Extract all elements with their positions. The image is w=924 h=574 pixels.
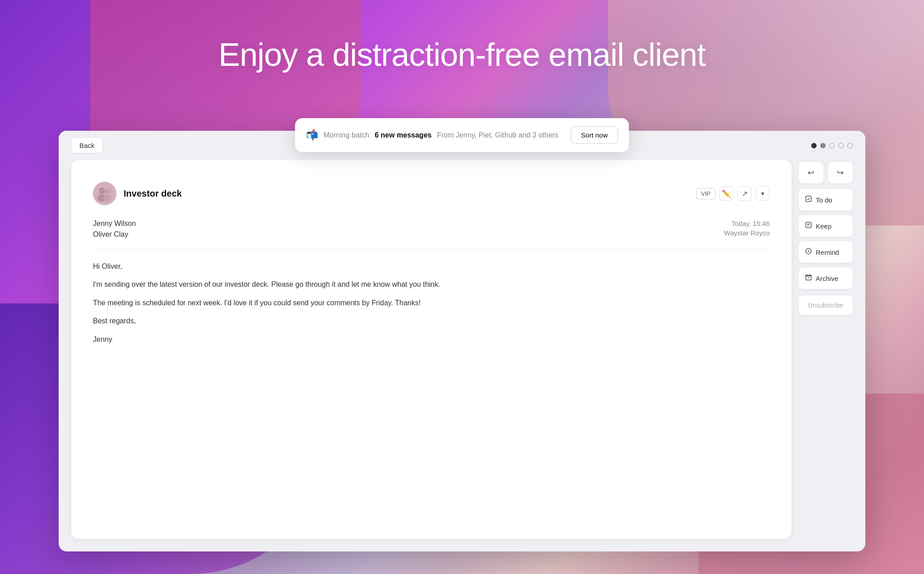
dot-4 [838, 143, 844, 148]
app-window: Back SORT [59, 131, 865, 551]
email-time-org: Today, 15:46 Waystar Royco [724, 220, 770, 237]
remind-button[interactable]: Remind [799, 241, 853, 263]
svg-point-0 [93, 182, 116, 205]
email-tags: VIP ✏️ ↗ ▾ [696, 186, 770, 201]
svg-point-3 [105, 189, 110, 194]
reply-icon: ↩ [808, 168, 814, 178]
share-icon[interactable]: ↗ [737, 186, 752, 201]
reply-button[interactable]: ↩ [799, 162, 823, 184]
unsubscribe-button[interactable]: Unsubscribe [799, 295, 853, 315]
keep-label: Keep [816, 222, 832, 230]
sort-now-button[interactable]: Sort now [571, 126, 618, 144]
divider [93, 249, 770, 250]
sender-name: Jenny Wilson [93, 220, 136, 228]
todo-icon [805, 195, 812, 204]
notification-banner: 📬 Morning batch 6 new messages From Jenn… [295, 118, 629, 152]
batch-label: Morning batch [323, 131, 369, 139]
todo-button[interactable]: To do [799, 189, 853, 211]
svg-rect-6 [806, 222, 811, 228]
email-card-header: Investor deck VIP ✏️ ↗ ▾ [93, 182, 770, 205]
new-messages-count: 6 new messages [374, 131, 431, 139]
forward-icon: ↪ [837, 168, 844, 178]
body-paragraph-1: I'm sending over the latest version of o… [93, 279, 770, 290]
body-sign1: Best regards, [93, 315, 770, 327]
todo-label: To do [816, 196, 832, 204]
email-subject: Investor deck [124, 188, 696, 199]
vip-tag[interactable]: VIP [696, 188, 716, 199]
email-time: Today, 15:46 [724, 220, 770, 227]
from-text: From Jenny, Piet, Github and 3 others [437, 131, 565, 139]
keep-button[interactable]: Keep [799, 215, 853, 237]
email-card: Investor deck VIP ✏️ ↗ ▾ Jenny Wilson Ol… [71, 160, 791, 539]
dot-1 [811, 143, 817, 148]
chevron-down-icon[interactable]: ▾ [755, 186, 770, 201]
reply-forward-row: ↩ ↪ [799, 162, 853, 184]
email-body: Hi Oliver, I'm sending over the latest v… [93, 261, 770, 345]
window-dots [811, 143, 853, 148]
unsubscribe-label: Unsubscribe [808, 302, 843, 309]
archive-button[interactable]: Archive [799, 267, 853, 289]
notification-icon: 📬 [306, 129, 318, 141]
remind-icon [805, 248, 812, 257]
email-org: Waystar Royco [724, 229, 770, 237]
dot-3 [829, 143, 835, 148]
dot-5 [847, 143, 853, 148]
svg-point-1 [99, 188, 105, 194]
hero-title: Enjoy a distraction-free email client [0, 36, 924, 73]
edit-icon[interactable]: ✏️ [719, 186, 734, 201]
email-meta: Jenny Wilson Oliver Clay Today, 15:46 Wa… [93, 220, 770, 239]
recipient-name: Oliver Clay [93, 230, 136, 239]
body-greeting: Hi Oliver, [93, 261, 770, 272]
remind-label: Remind [816, 248, 839, 256]
back-button[interactable]: Back [71, 138, 102, 153]
action-sidebar: ↩ ↪ To do [799, 160, 853, 539]
body-paragraph-2: The meeting is scheduled for next week. … [93, 297, 770, 309]
keep-icon [805, 221, 812, 230]
window-body: Investor deck VIP ✏️ ↗ ▾ Jenny Wilson Ol… [59, 160, 865, 551]
email-participants: Jenny Wilson Oliver Clay [93, 220, 136, 239]
avatar [93, 182, 116, 205]
forward-button[interactable]: ↪ [828, 162, 853, 184]
avatar-image [93, 182, 116, 205]
dot-2 [820, 143, 826, 148]
body-sign2: Jenny [93, 334, 770, 345]
archive-icon [805, 274, 812, 283]
svg-point-4 [103, 195, 111, 202]
archive-label: Archive [816, 275, 838, 282]
